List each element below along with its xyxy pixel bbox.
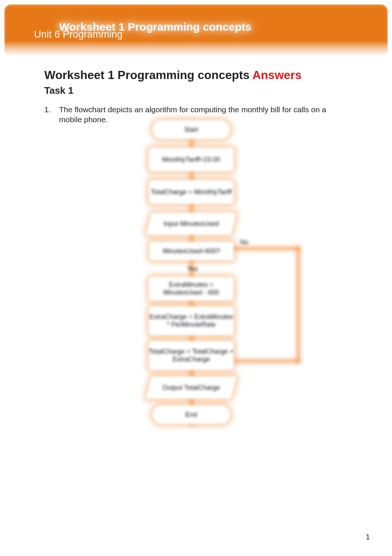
flow-end: End: [152, 405, 230, 424]
heading-answers: Answers: [252, 68, 302, 82]
flow-connector-no-v: [297, 247, 299, 362]
flow-decision-text: MinutesUsed>600?: [163, 247, 220, 255]
flow-label-no: No: [240, 238, 248, 246]
flow-label-yes: Yes: [187, 265, 198, 273]
flow-process-extraminutes: ExtraMinutes = MinutesUsed - 600: [149, 277, 234, 301]
page-heading: Worksheet 1 Programming concepts Answers: [44, 68, 348, 82]
page-number: 1: [366, 533, 370, 541]
flow-process-extracharge: ExtraCharge = ExtraMinutes * PerMinuteRa…: [149, 306, 234, 335]
flow-output-text: Output TotalCharge: [162, 384, 220, 392]
heading-prefix: Worksheet 1 Programming concepts: [44, 68, 252, 82]
header-subtitle: Unit 6 Programming: [34, 29, 123, 40]
flow-process-tariff: MonthlyTariff=23.00: [149, 148, 234, 171]
content-area: Worksheet 1 Programming concepts Answers…: [44, 68, 348, 125]
flow-decision: MinutesUsed>600?: [149, 240, 234, 262]
flow-process-totalcharge-init: TotalCharge = MonthlyTariff: [149, 180, 234, 204]
flow-input-minutes: Input MinutesUsed: [146, 213, 237, 235]
flow-input-minutes-text: Input MinutesUsed: [164, 220, 219, 228]
task-label: Task 1: [44, 85, 348, 96]
flow-process-totalcharge-add: TotalCharge = TotalCharge + ExtraCharge: [149, 341, 234, 370]
flowchart: Start MonthlyTariff=23.00 TotalCharge = …: [0, 118, 392, 436]
flow-output-totalcharge: Output TotalCharge: [146, 377, 237, 399]
flow-start: Start: [152, 120, 230, 139]
